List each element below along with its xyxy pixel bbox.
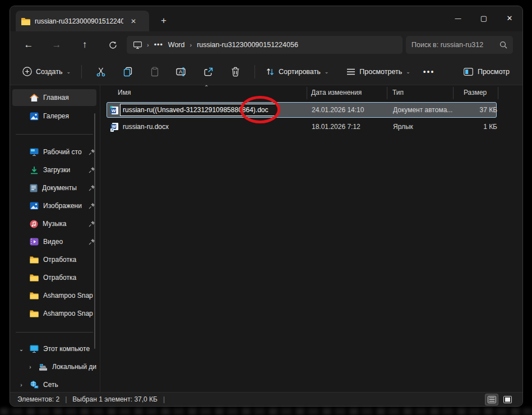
sidebar-item-documents[interactable]: Документы [12,179,96,196]
pin-icon [89,185,95,191]
file-date: 24.01.2026 14:10 [312,106,364,114]
sidebar-item-local-disk[interactable]: › Локальный ди [12,358,96,375]
desktop-icon [30,148,39,156]
status-divider: | [65,395,67,403]
close-button[interactable]: ✕ [497,6,522,30]
sort-label: Сортировать [279,68,321,76]
breadcrumb-item-folder[interactable]: russian-ru312300090151224056 [197,41,298,49]
word-shortcut-icon: W [110,122,119,132]
sidebar-item-folder-ashampoo-1[interactable]: Ashampoo Snap [12,287,96,304]
file-name: russian-ru.docx [123,123,169,131]
sidebar-item-gallery[interactable]: Галерея [12,108,96,125]
sidebar-item-music[interactable]: Музыка [12,215,96,232]
column-headers: ⌃ Имя Дата изменения Тип Размер [101,85,523,102]
sidebar-item-folder-otrabotka-2[interactable]: Отработка [12,269,96,286]
column-divider[interactable] [307,87,307,99]
details-view-button[interactable] [485,394,498,405]
sort-ascending-icon: ⌃ [204,84,209,90]
file-type: Ярлык [393,123,413,131]
sidebar-item-desktop[interactable]: Рабочий сто [12,144,96,160]
address-bar[interactable]: › ••• Word › russian-ru31230009015122405… [127,36,403,54]
chevron-down-icon: ⌄ [67,69,71,75]
preview-pane-icon [464,68,473,76]
view-toggles [485,394,515,405]
copy-icon[interactable] [118,62,137,81]
local-disk-icon [39,363,48,371]
column-header-name[interactable]: Имя [118,89,131,96]
preview-toggle-button[interactable]: Просмотр [458,64,515,79]
folder-icon [30,274,39,282]
sidebar-item-pictures[interactable]: Изображени [12,197,96,214]
column-divider[interactable] [453,87,454,99]
breadcrumb-overflow[interactable]: ••• [154,41,163,49]
column-divider[interactable] [387,87,387,99]
column-divider[interactable] [498,87,498,99]
minimize-button[interactable]: — [445,6,471,30]
chevron-down-icon[interactable]: ⌄ [17,346,25,352]
status-selection: Выбран 1 элемент: 37,0 КБ [72,395,158,403]
pin-icon [89,238,95,245]
more-options-icon[interactable]: ••• [415,67,443,76]
file-size: 37 КБ [454,106,497,114]
column-header-date[interactable]: Дата изменения [311,89,362,96]
file-row-renaming[interactable]: W 24.01.2026 14:10 Документ автома... 37… [107,102,497,118]
back-button[interactable]: ← [19,35,38,54]
sidebar-item-folder-otrabotka-1[interactable]: Отработка [12,251,96,268]
chevron-right-icon[interactable]: › [17,382,25,388]
sidebar-separator [16,134,93,135]
sidebar-item-folder-ashampoo-2[interactable]: Ashampoo Snap [12,305,96,322]
window-controls: — ▢ ✕ [445,6,522,30]
file-row[interactable]: W russian-ru.docx 18.01.2026 7:12 Ярлык … [107,119,497,135]
search-icon[interactable] [499,41,507,49]
status-item-count: Элементов: 2 [17,395,59,403]
gallery-icon [30,112,39,121]
tab-title: russian-ru312300090151224056 [35,17,123,25]
file-type: Документ автома... [393,106,452,114]
rename-input[interactable] [120,104,278,116]
refresh-icon[interactable] [103,35,122,54]
music-icon [30,220,38,228]
svg-text:A: A [179,68,183,75]
maximize-button[interactable]: ▢ [471,6,497,30]
column-header-size[interactable]: Размер [464,89,487,96]
pin-icon [89,220,95,227]
svg-text:W: W [112,108,116,113]
up-button[interactable]: ↑ [75,35,94,54]
pin-icon [89,149,95,155]
breadcrumb-item-word[interactable]: Word [168,41,185,49]
tab-close-icon[interactable]: ✕ [128,16,139,27]
cut-icon[interactable] [91,62,110,81]
toolbar-divider [255,65,255,79]
delete-icon[interactable] [226,62,245,81]
create-button[interactable]: Создать ⌄ [17,63,76,80]
explorer-tab[interactable]: russian-ru312300090151224056 ✕ [16,11,149,31]
column-header-type[interactable]: Тип [392,89,404,96]
folder-icon [30,256,39,264]
paste-icon[interactable] [145,62,164,81]
pin-icon [89,202,95,209]
documents-icon [30,184,38,192]
home-icon [30,94,39,102]
thumbnail-view-button[interactable] [501,394,514,405]
view-button[interactable]: Просмотреть ⌄ [341,64,415,80]
toolbar-divider [81,65,82,79]
view-label: Просмотреть [359,68,402,76]
share-icon[interactable] [199,62,218,81]
rename-icon[interactable]: A [172,62,191,81]
chevron-down-icon: ⌄ [406,69,410,75]
file-date: 18.01.2026 7:12 [312,123,360,131]
sidebar-item-downloads[interactable]: Загрузки [12,162,96,178]
sidebar-item-videos[interactable]: Видео [12,233,96,250]
list-lines-icon [346,68,355,76]
command-toolbar: Создать ⌄ A Сортировать ⌄ [10,58,522,85]
chevron-right-icon[interactable]: › [26,364,34,370]
sort-button[interactable]: Сортировать ⌄ [261,63,334,80]
sidebar-item-home[interactable]: Главная [12,89,96,106]
new-tab-button[interactable]: + [157,14,170,27]
forward-button[interactable]: → [47,35,66,54]
chevron-down-icon: ⌄ [325,69,329,75]
search-input[interactable]: Поиск в: russian-ru312 [406,36,513,54]
sort-arrows-icon [266,67,275,76]
sidebar-item-network[interactable]: › Сеть [12,376,96,393]
sidebar-item-this-pc[interactable]: ⌄ Этот компьюте [12,340,96,357]
